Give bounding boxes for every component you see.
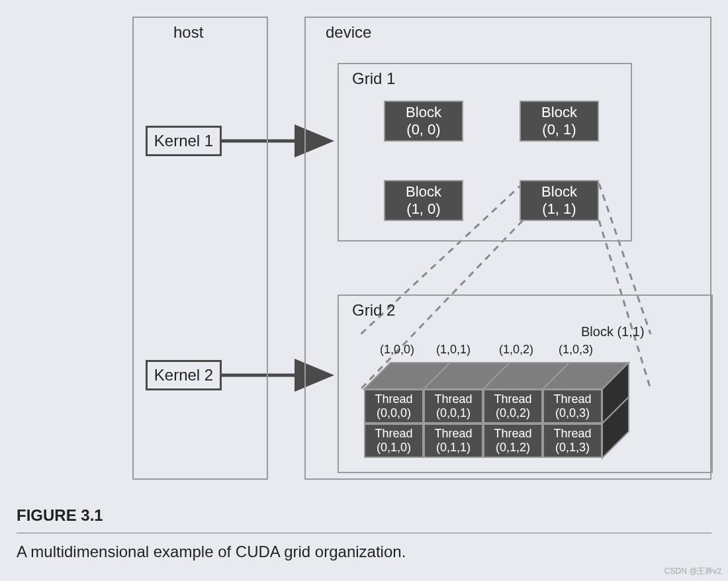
t000-title: Thread	[375, 392, 412, 406]
caption-separator	[17, 533, 711, 533]
thread-003: Thread (0,0,3)	[543, 389, 602, 424]
t012-coord: (0,1,2)	[496, 441, 530, 455]
t002-title: Thread	[494, 392, 531, 406]
figure-caption: A multidimensional example of CUDA grid …	[17, 543, 406, 561]
kernel1-label: Kernel 1	[154, 132, 213, 150]
block00-title: Block	[406, 104, 441, 121]
t003-title: Thread	[553, 392, 591, 406]
kernel2-label: Kernel 2	[154, 366, 213, 384]
t013-title: Thread	[553, 427, 591, 441]
kernel1-box: Kernel 1	[146, 126, 222, 156]
thread-011: Thread (0,1,1)	[424, 424, 483, 458]
t011-title: Thread	[434, 427, 472, 441]
grid2-label: Grid 2	[352, 301, 395, 320]
topcoord-3: (1,0,3)	[553, 343, 599, 357]
block11-coord: (1, 1)	[542, 201, 576, 218]
thread-012: Thread (0,1,2)	[483, 424, 543, 458]
diagram-canvas: host device Kernel 1 Kernel 2 Grid 1 Blo…	[0, 0, 728, 581]
thread-010: Thread (0,1,0)	[364, 424, 424, 458]
t013-coord: (0,1,3)	[555, 441, 590, 455]
t003-coord: (0,0,3)	[555, 406, 590, 420]
grid1-block-10: Block (1, 0)	[384, 180, 463, 221]
t001-coord: (0,0,1)	[436, 406, 471, 420]
grid1-block-11: Block (1, 1)	[520, 180, 599, 221]
device-label: device	[326, 23, 371, 42]
block00-coord: (0, 0)	[406, 121, 440, 138]
t011-coord: (0,1,1)	[436, 441, 471, 455]
t000-coord: (0,0,0)	[377, 406, 411, 420]
topcoord-2: (1,0,2)	[493, 343, 539, 357]
t010-title: Thread	[375, 427, 412, 441]
host-box: host	[132, 17, 268, 480]
t012-title: Thread	[494, 427, 531, 441]
thread-013: Thread (0,1,3)	[543, 424, 602, 458]
thread-002: Thread (0,0,2)	[483, 389, 543, 424]
watermark: CSDN @王莽v2	[664, 566, 721, 577]
t002-coord: (0,0,2)	[496, 406, 530, 420]
host-label: host	[173, 23, 203, 42]
grid1-block-01: Block (0, 1)	[520, 101, 599, 142]
thread-001: Thread (0,0,1)	[424, 389, 483, 424]
t010-coord: (0,1,0)	[377, 441, 411, 455]
block01-title: Block	[541, 104, 577, 121]
block10-coord: (1, 0)	[406, 201, 440, 218]
block10-title: Block	[406, 183, 441, 201]
thread-000: Thread (0,0,0)	[364, 389, 424, 424]
grid1-label: Grid 1	[352, 69, 395, 88]
t001-title: Thread	[434, 392, 472, 406]
block11-detail-label: Block (1,1)	[581, 324, 645, 339]
kernel2-box: Kernel 2	[146, 360, 222, 390]
figure-number: FIGURE 3.1	[17, 506, 103, 525]
block01-coord: (0, 1)	[542, 121, 576, 138]
topcoord-0: (1,0,0)	[374, 343, 420, 357]
topcoord-1: (1,0,1)	[430, 343, 477, 357]
grid1-block-00: Block (0, 0)	[384, 101, 463, 142]
block11-title: Block	[541, 183, 577, 201]
